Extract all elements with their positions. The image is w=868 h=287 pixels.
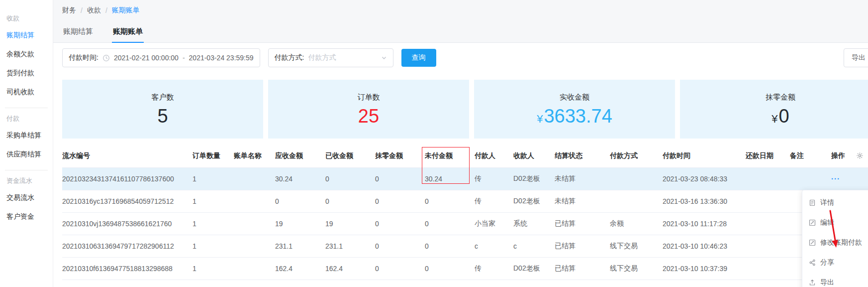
cell: 传 bbox=[475, 190, 513, 212]
menu-item-label: 编辑 bbox=[820, 218, 834, 227]
cell: 0 bbox=[325, 167, 375, 190]
share-icon bbox=[809, 259, 816, 266]
cell: c bbox=[475, 235, 513, 257]
currency-symbol: ¥ bbox=[772, 113, 777, 125]
cell: 19.6 bbox=[325, 280, 375, 287]
cell bbox=[746, 212, 790, 235]
billing-table: 流水编号订单数量账单名称应收金额已收金额抹零金额未付金额付款人收款人结算状态付款… bbox=[62, 144, 868, 287]
cell bbox=[746, 257, 790, 280]
cell: 小当家 bbox=[475, 212, 513, 235]
cell: 20210310f61369477518813298688 bbox=[62, 257, 193, 280]
payment-method-placeholder: 付款方式 bbox=[308, 53, 336, 62]
cell bbox=[746, 167, 790, 190]
cell: 30.24 bbox=[275, 167, 325, 190]
cell bbox=[234, 167, 275, 190]
cell: 线下交易 bbox=[610, 257, 663, 280]
search-button[interactable]: 查询 bbox=[401, 49, 436, 67]
breadcrumb-item[interactable]: 财务 bbox=[62, 6, 76, 15]
stat-card-received-amount: 实收金额¥3633.74 bbox=[474, 80, 675, 139]
sidebar-divider bbox=[5, 108, 48, 108]
more-actions-icon[interactable]: ··· bbox=[831, 174, 840, 183]
menu-item-export[interactable]: 导出 bbox=[802, 273, 868, 287]
table-row[interactable]: 20210310f613694775188132986881162.4162.4… bbox=[62, 257, 868, 280]
cell: 0 bbox=[375, 257, 425, 280]
cell: 1 bbox=[193, 235, 234, 257]
cell: 231.1 bbox=[275, 235, 325, 257]
cell: 线下交易 bbox=[610, 280, 663, 287]
cell: D02老板 bbox=[513, 167, 555, 190]
row-action-menu: 详情编辑修改账期付款分享导出 bbox=[802, 190, 868, 287]
cell: D02老板 bbox=[513, 280, 555, 287]
table-row[interactable]: 20210310dj1369428930678276096119.619.600… bbox=[62, 280, 868, 287]
stat-number: 3633.74 bbox=[544, 106, 612, 127]
sidebar-item-supplier-settlement[interactable]: 供应商结算 bbox=[0, 145, 53, 164]
edit-icon bbox=[809, 239, 816, 246]
sidebar-item-customer-funds[interactable]: 客户资金 bbox=[0, 207, 53, 226]
breadcrumb-item[interactable]: 收款 bbox=[87, 6, 101, 15]
cell: 19.6 bbox=[275, 280, 325, 287]
cell bbox=[234, 280, 275, 287]
gear-icon[interactable] bbox=[856, 152, 864, 159]
menu-item-label: 详情 bbox=[820, 198, 834, 207]
cell: 2021-03-23 08:48:33 bbox=[663, 167, 746, 190]
cell: 1 bbox=[193, 167, 234, 190]
tab-billing-period-settlement[interactable]: 账期结算 bbox=[62, 21, 94, 42]
app-root: 收款账期结算余额欠款货到付款司机收款付款采购单结算供应商结算资金流水交易流水客户… bbox=[0, 0, 868, 287]
column-header-label: 操作 bbox=[831, 151, 845, 160]
breadcrumb: 财务/收款/账期账单 bbox=[53, 0, 868, 21]
cell: 0 bbox=[425, 257, 475, 280]
table-row[interactable]: 20210310vj13694875386616217601191900小当家系… bbox=[62, 212, 868, 235]
cell: 1 bbox=[193, 212, 234, 235]
column-header: 流水编号 bbox=[62, 144, 193, 167]
date-end-value: 2021-03-24 23:59:59 bbox=[189, 54, 254, 62]
cell: 30.24 bbox=[425, 167, 475, 190]
filter-bar: 付款时间: 2021-02-21 00:00:00 - 2021-03-24 2… bbox=[53, 43, 868, 73]
tab-bar: 账期结算账期账单 bbox=[53, 21, 868, 43]
menu-item-edit[interactable]: 编辑 bbox=[802, 213, 868, 233]
sidebar-divider bbox=[5, 170, 48, 170]
stat-label: 客户数 bbox=[152, 93, 174, 102]
stat-number: 0 bbox=[779, 106, 789, 127]
table-row[interactable]: 202103106313694797172829061121231.1231.1… bbox=[62, 235, 868, 257]
actions-header: 操作 bbox=[831, 151, 868, 160]
menu-item-share[interactable]: 分享 bbox=[802, 253, 868, 273]
payment-method-select[interactable]: 付款方式: 付款方式 bbox=[268, 48, 393, 67]
column-header: 操作 bbox=[831, 144, 868, 167]
menu-item-detail[interactable]: 详情 bbox=[802, 193, 868, 213]
sidebar-item-balance-arrears[interactable]: 余额欠款 bbox=[0, 45, 53, 64]
column-header: 付款人 bbox=[475, 144, 513, 167]
table-row[interactable]: 20210316yc137169685405971251210000传D02老板… bbox=[62, 190, 868, 212]
payment-time-range-picker[interactable]: 付款时间: 2021-02-21 00:00:00 - 2021-03-24 2… bbox=[62, 48, 260, 67]
cell bbox=[746, 235, 790, 257]
table-row[interactable]: 20210323431374161107786137600130.240030.… bbox=[62, 167, 868, 190]
cell: 2021-03-16 13:36:30 bbox=[663, 190, 746, 212]
clock-icon bbox=[102, 54, 110, 62]
cell: 传 bbox=[475, 167, 513, 190]
column-header: 已收金额 bbox=[325, 144, 375, 167]
cell: 传 bbox=[475, 257, 513, 280]
edit-icon bbox=[809, 219, 816, 226]
column-header: 付款方式 bbox=[610, 144, 663, 167]
tab-billing-period-bills[interactable]: 账期账单 bbox=[112, 21, 144, 42]
sidebar-item-cash-on-delivery[interactable]: 货到付款 bbox=[0, 64, 53, 83]
cell: 系统 bbox=[513, 212, 555, 235]
cell: 0 bbox=[425, 235, 475, 257]
column-header: 抹零金额 bbox=[375, 144, 425, 167]
date-start-value: 2021-02-21 00:00:00 bbox=[114, 54, 179, 62]
sidebar-item-transaction-flow[interactable]: 交易流水 bbox=[0, 188, 53, 207]
stat-label: 实收金额 bbox=[560, 93, 589, 102]
cell: 0 bbox=[375, 190, 425, 212]
menu-item-modify-billing-payment[interactable]: 修改账期付款 bbox=[802, 233, 868, 253]
document-icon bbox=[809, 199, 816, 206]
row-actions-cell: ··· bbox=[831, 167, 868, 190]
cell: 0 bbox=[375, 235, 425, 257]
cell: 已结算 bbox=[555, 235, 610, 257]
export-button[interactable]: 导出 bbox=[844, 48, 868, 67]
stat-value: ¥3633.74 bbox=[537, 107, 612, 126]
sidebar-item-billing-period-settlement[interactable]: 账期结算 bbox=[0, 26, 53, 45]
stat-card-customer-count: 客户数5 bbox=[62, 80, 263, 139]
breadcrumb-item[interactable]: 账期账单 bbox=[112, 6, 140, 15]
sidebar-item-driver-collection[interactable]: 司机收款 bbox=[0, 83, 53, 102]
sidebar-item-purchase-order-settlement[interactable]: 采购单结算 bbox=[0, 126, 53, 145]
menu-item-label: 分享 bbox=[820, 258, 834, 267]
